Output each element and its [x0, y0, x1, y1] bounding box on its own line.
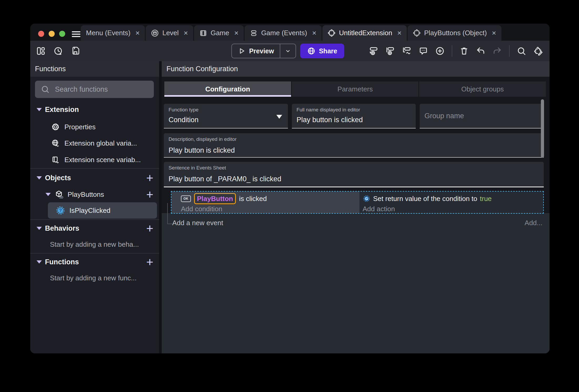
sidebar-item-isplayclicked[interactable]: ? IsPlayClicked [48, 202, 157, 219]
add-subevent-icon[interactable] [385, 46, 395, 56]
main-toolbar: Preview Share [30, 41, 550, 61]
sidebar-section-objects[interactable]: Objects + [30, 171, 159, 184]
add-free-function-button[interactable]: + [146, 256, 153, 268]
object-chip-playbutton[interactable]: PlayButton [194, 193, 236, 204]
condition-instruction[interactable]: OK PlayButton is clicked [181, 193, 359, 204]
project-manager-icon[interactable] [36, 46, 45, 56]
search-icon [41, 85, 50, 94]
preview-button-main[interactable]: Preview [232, 44, 280, 58]
vertical-scrollbar[interactable] [541, 99, 544, 158]
item-label: Extension global varia... [64, 139, 137, 147]
tab-game[interactable]: Game × [194, 25, 244, 41]
action-text: Set return value of the condition to [373, 195, 477, 203]
conditions-column[interactable]: OK PlayButton is clicked Add condition [171, 192, 359, 213]
close-tab-icon[interactable]: × [135, 29, 140, 37]
add-other-event-icon[interactable] [402, 46, 412, 56]
sidebar-item-extension-global-variables[interactable]: Extension global varia... [30, 137, 159, 150]
tab-menu-events[interactable]: Menu (Events) × [81, 25, 145, 41]
tab-label: Configuration [205, 85, 250, 93]
add-behavior-button[interactable]: + [146, 222, 153, 234]
svg-text:2D: 2D [59, 196, 63, 199]
menu-icon[interactable] [72, 31, 80, 37]
empty-state-label: Start by adding a new func... [50, 274, 137, 282]
collapse-triangle-icon[interactable] [37, 260, 42, 264]
close-tab-icon[interactable]: × [184, 29, 188, 37]
add-condition-button[interactable]: Add condition [181, 205, 359, 213]
collapse-triangle-icon[interactable] [37, 108, 42, 111]
toolbar-separator [509, 45, 510, 57]
field-label: Function type [169, 107, 283, 113]
sentence-field[interactable]: Sentence in Events Sheet Play button of … [164, 162, 544, 187]
section-divider [30, 253, 159, 254]
close-window-button[interactable] [38, 31, 44, 37]
add-comment-icon[interactable] [419, 46, 428, 56]
fields-row: Function type Condition Full name displa… [164, 104, 544, 128]
save-icon[interactable] [71, 46, 80, 56]
globe-variables-icon [51, 139, 60, 147]
tab-label: PlayButtons (Object) [424, 29, 487, 37]
add-object-button[interactable]: + [146, 172, 153, 184]
tab-object-groups[interactable]: Object groups [419, 81, 546, 97]
redo-icon[interactable] [492, 46, 502, 56]
tab-untitled-extension[interactable]: UntitledExtension × [322, 25, 407, 41]
collapse-triangle-icon[interactable] [45, 193, 51, 196]
group-name-input[interactable] [424, 112, 539, 120]
search-icon[interactable] [517, 46, 526, 56]
description-field[interactable]: Description, displayed in editor Play bu… [164, 133, 544, 158]
sidebar-section-behaviors[interactable]: Behaviors + [30, 222, 159, 235]
search-functions-box[interactable] [35, 81, 154, 98]
search-functions-input[interactable] [55, 85, 151, 94]
sidebar-item-extension-scene-variables[interactable]: Extension scene variab... [30, 153, 159, 166]
content-area: Functions Extension Properties Extension… [30, 61, 550, 353]
close-tab-icon[interactable]: × [234, 29, 238, 37]
actions-column[interactable]: Set return value of the condition to tru… [359, 192, 543, 213]
tab-configuration[interactable]: Configuration [164, 81, 291, 97]
full-name-field[interactable]: Full name displayed in editor Play butto… [292, 104, 416, 128]
sidebar-section-extension[interactable]: Extension [30, 103, 159, 116]
collapse-triangle-icon[interactable] [37, 176, 42, 179]
preview-dropdown-button[interactable] [280, 44, 296, 58]
close-tab-icon[interactable]: × [397, 29, 402, 37]
add-event-icon[interactable] [369, 46, 378, 56]
sidebar-item-properties[interactable]: Properties [30, 120, 159, 133]
selected-event-row[interactable]: OK PlayButton is clicked Add condition S… [171, 191, 544, 214]
item-label: IsPlayClicked [69, 207, 110, 215]
share-button[interactable]: Share [300, 44, 344, 58]
sidebar-item-playbuttons[interactable]: 2D PlayButtons + [30, 188, 159, 201]
events-sheet[interactable]: Add a new event Add... [162, 213, 550, 353]
delete-icon[interactable] [459, 46, 469, 56]
panel-divider[interactable] [159, 61, 162, 353]
tab-playbuttons-object[interactable]: PlayButtons (Object) × [408, 25, 501, 41]
sentence-value: Play button of _PARAM0_ is clicked [169, 175, 539, 183]
add-new-event-button[interactable]: Add a new event [172, 219, 223, 227]
preview-button[interactable]: Preview [231, 44, 296, 58]
edit-extension-icon[interactable] [533, 46, 543, 56]
minimize-window-button[interactable] [49, 31, 55, 37]
history-icon[interactable] [53, 46, 63, 56]
toolbar-center-group: Preview Share [231, 44, 344, 58]
tab-parameters[interactable]: Parameters [292, 81, 419, 97]
undo-icon[interactable] [476, 46, 485, 56]
sidebar-body: Extension Properties Extension global va… [30, 77, 159, 353]
group-name-field[interactable] [420, 104, 544, 128]
close-tab-icon[interactable]: × [312, 29, 316, 37]
close-tab-icon[interactable]: × [492, 29, 496, 37]
events-sheet-icon [250, 29, 258, 37]
function-type-select[interactable]: Function type Condition [164, 104, 288, 128]
globe-icon [307, 47, 316, 55]
collapse-triangle-icon[interactable] [37, 227, 42, 230]
field-label: Full name displayed in editor [297, 107, 411, 113]
sidebar-section-functions[interactable]: Functions + [30, 255, 159, 269]
action-instruction[interactable]: Set return value of the condition to tru… [363, 193, 543, 204]
maximize-window-button[interactable] [59, 31, 65, 37]
tab-level[interactable]: Level × [146, 25, 193, 41]
preview-label: Preview [249, 47, 274, 55]
function-type-value: Condition [169, 116, 283, 124]
toolbar-right-group [369, 45, 543, 57]
add-more-button[interactable]: Add... [525, 219, 542, 227]
add-action-button[interactable]: Add action [363, 205, 543, 213]
circle-plus-icon[interactable] [435, 46, 445, 56]
add-function-to-object-button[interactable]: + [146, 188, 153, 200]
tab-game-events[interactable]: Game (Events) × [245, 25, 322, 41]
tab-label: Game [211, 29, 229, 37]
